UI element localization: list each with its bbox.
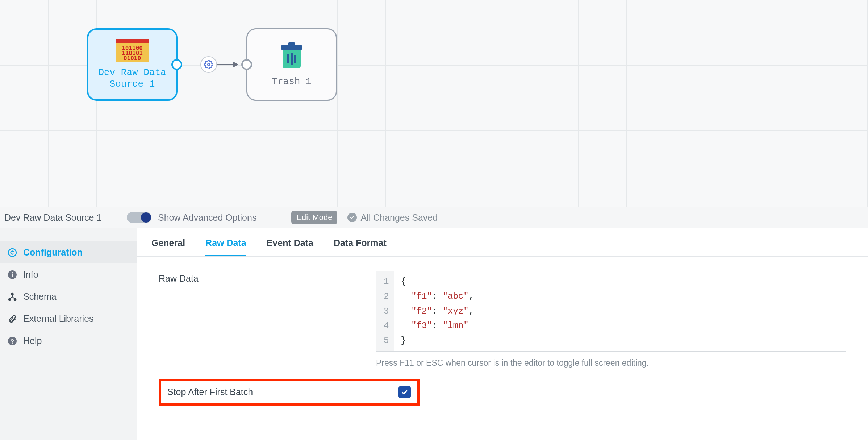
sidebar-item-configuration[interactable]: Configuration bbox=[0, 241, 137, 263]
config-tabs: General Raw Data Event Data Data Format bbox=[137, 228, 868, 257]
svg-point-15 bbox=[12, 272, 13, 273]
trash-icon bbox=[279, 42, 304, 71]
svg-rect-10 bbox=[291, 53, 293, 65]
node-label: Trash 1 bbox=[272, 76, 311, 88]
stop-after-first-batch-checkbox[interactable] bbox=[398, 386, 411, 398]
sidebar-item-info[interactable]: Info bbox=[0, 263, 137, 286]
check-icon bbox=[401, 389, 408, 396]
sidebar-item-schema[interactable]: Schema bbox=[0, 286, 137, 308]
sidebar-item-external-libraries[interactable]: External Libraries bbox=[0, 308, 137, 330]
svg-text:?: ? bbox=[11, 337, 14, 345]
properties-toolbar: Dev Raw Data Source 1 Show Advanced Opti… bbox=[0, 207, 868, 228]
svg-point-5 bbox=[208, 63, 210, 66]
sidebar-item-label: Help bbox=[23, 336, 42, 346]
copyright-icon bbox=[7, 248, 17, 257]
tab-raw-data[interactable]: Raw Data bbox=[205, 238, 246, 256]
tab-event-data[interactable]: Event Data bbox=[267, 238, 313, 256]
save-status-label: All Changes Saved bbox=[360, 212, 438, 223]
svg-rect-9 bbox=[287, 54, 289, 63]
pipeline-canvas[interactable]: 101100 110101 01010 Dev Raw Data Source … bbox=[0, 0, 868, 207]
editor-content[interactable]: { "f1": "abc", "f2": "xyz", "f3": "lmn"} bbox=[394, 271, 480, 351]
advanced-options-label: Show Advanced Options bbox=[158, 212, 256, 223]
svg-rect-14 bbox=[12, 274, 13, 277]
sidebar-item-label: Schema bbox=[23, 291, 57, 302]
selected-node-title: Dev Raw Data Source 1 bbox=[4, 212, 117, 223]
save-status: All Changes Saved bbox=[347, 212, 438, 223]
svg-rect-8 bbox=[288, 42, 295, 46]
check-icon bbox=[347, 213, 357, 222]
tab-data-format[interactable]: Data Format bbox=[334, 238, 387, 256]
svg-rect-0 bbox=[116, 39, 149, 43]
sidebar-item-label: External Libraries bbox=[23, 314, 94, 324]
sidebar-item-help[interactable]: ? Help bbox=[0, 330, 137, 352]
raw-data-label: Raw Data bbox=[159, 271, 362, 284]
stop-after-first-batch-row: Stop After First Batch bbox=[159, 379, 420, 406]
svg-point-12 bbox=[8, 249, 16, 257]
input-port[interactable] bbox=[241, 59, 252, 70]
connection-arrow bbox=[217, 64, 238, 65]
config-form: Raw Data 12345 { "f1": "abc", "f2": "xyz… bbox=[137, 257, 868, 420]
advanced-options-toggle[interactable] bbox=[127, 212, 151, 223]
gear-icon bbox=[204, 60, 213, 69]
info-icon bbox=[7, 270, 17, 279]
help-icon: ? bbox=[7, 336, 17, 346]
svg-point-16 bbox=[11, 293, 13, 295]
node-dev-raw-data-source[interactable]: 101100 110101 01010 Dev Raw Data Source … bbox=[87, 28, 178, 101]
schema-icon bbox=[7, 292, 17, 302]
editor-gutter: 12345 bbox=[376, 271, 394, 351]
svg-text:01010: 01010 bbox=[124, 55, 141, 62]
svg-rect-11 bbox=[294, 55, 296, 63]
node-label: Dev Raw Data Source 1 bbox=[98, 67, 166, 90]
raw-data-editor[interactable]: 12345 { "f1": "abc", "f2": "xyz", "f3": … bbox=[376, 271, 846, 352]
output-port[interactable] bbox=[171, 59, 182, 70]
paperclip-icon bbox=[7, 314, 17, 324]
properties-sidebar: Configuration Info Schema External Libra… bbox=[0, 228, 137, 440]
sidebar-item-label: Configuration bbox=[23, 247, 83, 258]
sidebar-item-label: Info bbox=[23, 269, 38, 280]
tab-general[interactable]: General bbox=[151, 238, 185, 256]
stop-after-first-batch-label: Stop After First Batch bbox=[167, 387, 398, 397]
editor-hint: Press F11 or ESC when cursor is in the e… bbox=[376, 358, 846, 368]
node-trash[interactable]: Trash 1 bbox=[246, 28, 337, 101]
edit-mode-badge[interactable]: Edit Mode bbox=[291, 211, 337, 224]
binary-data-icon: 101100 110101 01010 bbox=[116, 39, 149, 62]
connection-settings-button[interactable] bbox=[200, 56, 217, 73]
